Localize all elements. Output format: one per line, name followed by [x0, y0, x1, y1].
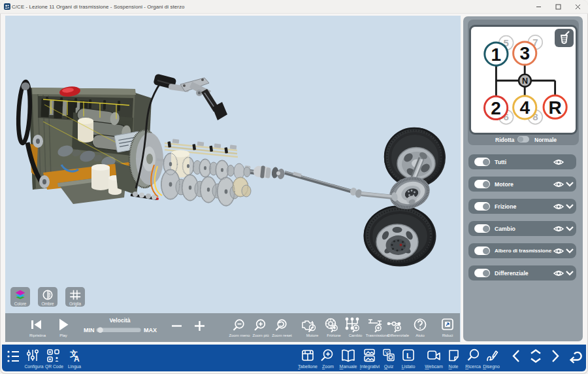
svg-text:Disegno: Disegno	[483, 364, 500, 369]
svg-text:1: 1	[491, 44, 502, 65]
svg-text:2: 2	[491, 98, 501, 118]
svg-text:MIN: MIN	[84, 327, 95, 333]
svg-text:Lingua: Lingua	[68, 364, 81, 369]
svg-text:Webcam: Webcam	[425, 364, 443, 369]
svg-text:4: 4	[519, 97, 530, 118]
svg-text:A: A	[74, 354, 80, 364]
svg-text:3: 3	[519, 43, 530, 63]
svg-text:Tabellone: Tabellone	[298, 364, 318, 369]
svg-text:N: N	[522, 76, 528, 86]
svg-text:L: L	[406, 352, 411, 360]
svg-text:Quiz: Quiz	[384, 364, 394, 369]
svg-text:Integrativi: Integrativi	[360, 364, 380, 369]
svg-text:QR Code: QR Code	[45, 364, 63, 369]
svg-text:Zoom: Zoom	[322, 364, 334, 369]
svg-text:Velocità: Velocità	[109, 316, 130, 323]
svg-text:MAX: MAX	[144, 327, 157, 333]
svg-text:Configura: Configura	[25, 364, 44, 369]
svg-text:Manuale: Manuale	[340, 364, 357, 369]
svg-text:Ricerca: Ricerca	[465, 364, 481, 369]
svg-text:Note: Note	[449, 364, 459, 369]
svg-text:Listato: Listato	[402, 364, 416, 369]
svg-text:R: R	[548, 97, 561, 118]
